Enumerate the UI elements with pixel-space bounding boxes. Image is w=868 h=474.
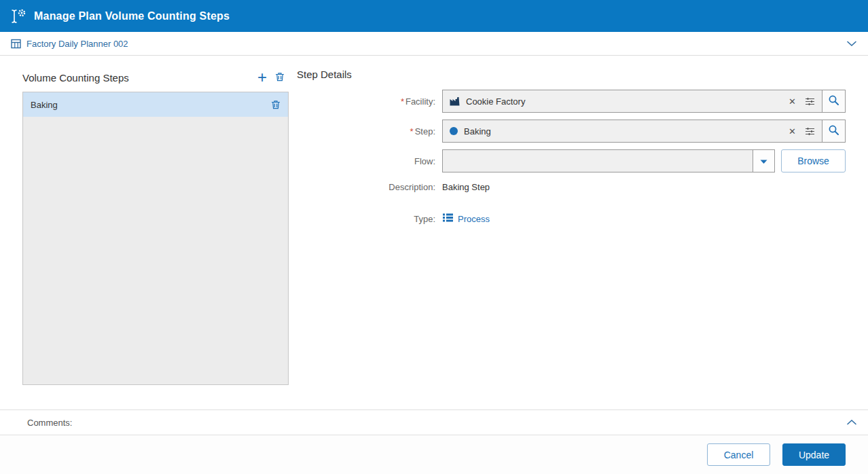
type-link[interactable]: Process bbox=[442, 213, 490, 225]
type-label: Type: bbox=[297, 214, 435, 224]
filter-options-icon[interactable] bbox=[804, 96, 816, 107]
facility-row: *Facility: Cookie Factory ✕ bbox=[297, 90, 846, 113]
comments-label: Comments: bbox=[27, 418, 72, 428]
step-value: Baking bbox=[464, 126, 789, 136]
comments-bar[interactable]: Comments: bbox=[0, 409, 868, 435]
filter-options-icon[interactable] bbox=[804, 126, 816, 136]
facility-input[interactable]: Cookie Factory ✕ bbox=[442, 90, 822, 113]
step-search-button[interactable] bbox=[822, 120, 846, 143]
steps-panel-header: Volume Counting Steps + bbox=[22, 69, 289, 86]
search-icon bbox=[828, 94, 839, 108]
dropdown-arrow-icon bbox=[760, 156, 767, 166]
chevron-up-icon[interactable] bbox=[846, 419, 857, 426]
trash-icon bbox=[274, 71, 285, 84]
clear-facility-icon[interactable]: ✕ bbox=[789, 97, 796, 106]
step-input[interactable]: Baking ✕ bbox=[442, 120, 822, 143]
required-marker: * bbox=[410, 126, 414, 136]
flow-dropdown-button[interactable] bbox=[753, 149, 775, 172]
flow-label: Flow: bbox=[297, 156, 435, 166]
facility-search-button[interactable] bbox=[822, 90, 846, 113]
step-row: *Step: Baking ✕ bbox=[297, 120, 846, 143]
factory-icon bbox=[449, 96, 460, 107]
title-bar: Manage Plan Volume Counting Steps bbox=[0, 0, 868, 32]
type-value: Process bbox=[458, 214, 490, 224]
plus-icon: + bbox=[257, 69, 267, 86]
cancel-button[interactable]: Cancel bbox=[707, 443, 770, 466]
step-label: *Step: bbox=[297, 126, 435, 136]
step-item-label: Baking bbox=[31, 100, 270, 110]
step-circle-icon bbox=[449, 126, 458, 136]
clear-step-icon[interactable]: ✕ bbox=[789, 127, 796, 136]
step-details-title: Step Details bbox=[297, 69, 846, 80]
flow-input[interactable] bbox=[442, 149, 753, 172]
footer-actions: Cancel Update bbox=[0, 435, 868, 474]
steps-list[interactable]: Baking bbox=[22, 92, 289, 385]
step-details-panel: Step Details *Facility: Cookie Factory ✕ bbox=[297, 56, 868, 409]
browse-button[interactable]: Browse bbox=[781, 149, 846, 172]
steps-panel-title: Volume Counting Steps bbox=[22, 72, 129, 84]
text-cursor-gear-icon bbox=[10, 8, 27, 24]
steps-panel: Volume Counting Steps + Baking bbox=[22, 56, 289, 409]
context-bar[interactable]: Factory Daily Planner 002 bbox=[0, 32, 868, 56]
flow-row: Flow: Browse bbox=[297, 149, 846, 172]
page-title: Manage Plan Volume Counting Steps bbox=[34, 10, 230, 22]
search-icon bbox=[828, 124, 839, 138]
required-marker: * bbox=[401, 96, 404, 107]
facility-label: *Facility: bbox=[297, 96, 435, 107]
description-label: Description: bbox=[297, 182, 435, 192]
delete-step-button[interactable] bbox=[271, 69, 289, 86]
manage-plan-window: Manage Plan Volume Counting Steps Factor… bbox=[0, 0, 868, 474]
update-button[interactable]: Update bbox=[782, 443, 846, 466]
add-step-button[interactable]: + bbox=[253, 69, 271, 86]
description-value: Baking Step bbox=[442, 182, 490, 192]
description-row: Description: Baking Step bbox=[297, 182, 846, 192]
chevron-down-icon[interactable] bbox=[846, 40, 857, 47]
facility-value: Cookie Factory bbox=[466, 96, 789, 107]
planner-grid-icon bbox=[11, 39, 21, 49]
process-list-icon bbox=[442, 213, 454, 225]
delete-item-trash-icon[interactable] bbox=[270, 99, 281, 110]
list-item[interactable]: Baking bbox=[23, 92, 288, 117]
main-content: Volume Counting Steps + Baking bbox=[0, 56, 868, 409]
plan-name: Factory Daily Planner 002 bbox=[26, 39, 128, 49]
type-row: Type: Process bbox=[297, 213, 846, 225]
